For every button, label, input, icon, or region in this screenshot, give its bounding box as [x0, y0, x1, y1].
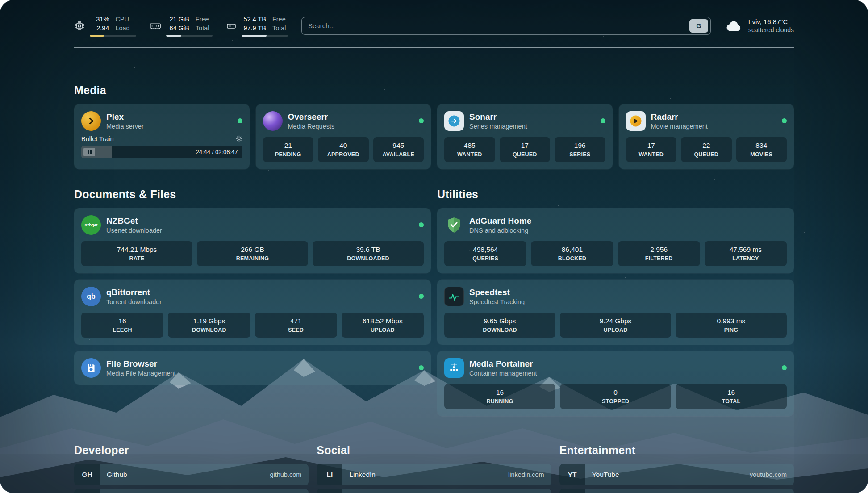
nzbget-stat-rate: 744.21 Mbps RATE: [81, 241, 192, 266]
service-name: Speedtest: [469, 288, 525, 297]
radarr-stat-wanted: 17 WANTED: [626, 137, 677, 162]
nzbget-icon-text: nzbget: [85, 223, 98, 227]
bookmark-name: LinkedIn: [342, 471, 376, 479]
stream-settings-button[interactable]: [236, 135, 242, 142]
section-title-entertainment: Entertainment: [559, 444, 794, 457]
now-playing-title: Bullet Train: [81, 135, 114, 142]
qbittorrent-stat-upload: 618.52 Mbps UPLOAD: [342, 313, 424, 338]
status-indicator: [782, 365, 787, 370]
memory-total-label: Total: [196, 24, 213, 33]
bookmark-url: github.com: [270, 471, 309, 478]
plex-icon: [81, 111, 101, 131]
service-name: Sonarr: [469, 112, 527, 122]
developer-bookmarks: Developer GH Github github.com SO StackO…: [74, 444, 309, 493]
qbittorrent-stat-seed: 471 SEED: [255, 313, 337, 338]
cpu-metric: 31% CPU 2.94 Load: [74, 15, 136, 37]
nzbget-icon: nzbget: [81, 215, 101, 235]
radarr-card[interactable]: Radarr Movie management 17 WANTED 22 QUE…: [619, 104, 794, 169]
disk-total-label: Total: [272, 24, 288, 33]
cpu-chip-icon: [74, 21, 85, 31]
overseerr-stat-available: 945 AVAILABLE: [373, 137, 424, 162]
cpu-load-label: Load: [115, 24, 136, 33]
disk-total-value: 97.9 TB: [242, 24, 266, 33]
weather-condition: scattered clouds: [748, 26, 794, 33]
bookmark-netflix[interactable]: NF Netflix netflix.com: [559, 489, 794, 493]
adguard-stat-queries: 498,564 QUERIES: [444, 241, 526, 266]
service-description: Movie management: [651, 123, 708, 130]
status-indicator: [419, 294, 424, 299]
sonarr-icon: [444, 111, 464, 131]
service-name: Overseerr: [288, 112, 335, 122]
cpu-usage-value: 31%: [90, 15, 109, 24]
adguard-card[interactable]: AdGuard Home DNS and adblocking 498,564 …: [437, 208, 794, 273]
memory-metric: 21 GiB Free 64 GiB Total: [150, 15, 213, 37]
portainer-stat-total: 16 TOTAL: [676, 384, 787, 409]
memory-total-value: 64 GiB: [166, 24, 189, 33]
service-name: NZBGet: [106, 216, 162, 226]
memory-free-label: Free: [196, 15, 213, 24]
service-description: DNS and adblocking: [469, 227, 531, 234]
section-title-social: Social: [317, 444, 551, 457]
service-description: Series management: [469, 123, 527, 130]
portainer-stat-stopped: 0 STOPPED: [560, 384, 671, 409]
sonarr-stat-series: 196 SERIES: [555, 137, 605, 162]
service-description: Media server: [106, 123, 144, 130]
social-bookmarks: Social LI LinkedIn linkedin.com TW Twitt…: [317, 444, 551, 493]
service-description: Media File Management: [106, 370, 176, 377]
bookmark-abbr: NF: [559, 489, 585, 493]
speedtest-card[interactable]: Speedtest Speedtest Tracking 9.65 Gbps D…: [437, 280, 794, 345]
search-input[interactable]: [302, 22, 689, 29]
bookmark-stackoverflow[interactable]: SO StackOverflow stackoverflow.com: [74, 489, 309, 493]
disk-icon: [226, 21, 237, 31]
cpu-usage-label: CPU: [115, 15, 136, 24]
memory-icon: [150, 21, 161, 31]
section-title-documents: Documents & Files: [74, 188, 431, 201]
portainer-card[interactable]: Media Portainer Container management 16 …: [437, 351, 794, 416]
radarr-stat-movies: 834 MOVIES: [736, 137, 787, 162]
sonarr-stat-wanted: 485 WANTED: [444, 137, 495, 162]
bookmark-linkedin[interactable]: LI LinkedIn linkedin.com: [317, 464, 551, 485]
bookmark-abbr: TW: [317, 489, 342, 493]
bookmark-github[interactable]: GH Github github.com: [74, 464, 309, 485]
status-indicator: [419, 365, 424, 370]
playback-time: 24:44 / 02:06:47: [196, 149, 242, 155]
qbittorrent-icon-text: qb: [87, 292, 96, 301]
bookmark-twitter[interactable]: TW Twitter twitter.com: [317, 489, 551, 493]
bookmark-url: youtube.com: [750, 471, 794, 478]
service-name: Radarr: [651, 112, 708, 122]
search-bar: G: [301, 17, 711, 35]
bookmark-abbr: GH: [74, 464, 100, 485]
service-name: qBittorrent: [106, 288, 162, 297]
media-section: Plex Media server Bullet Train: [74, 104, 794, 169]
dashboard-page: 31% CPU 2.94 Load: [0, 0, 868, 493]
adguard-icon: [444, 215, 464, 235]
sonarr-stat-queued: 17 QUEUED: [500, 137, 551, 162]
overseerr-card[interactable]: Overseerr Media Requests 21 PENDING 40 A…: [256, 104, 431, 169]
filebrowser-card[interactable]: File Browser Media File Management: [74, 351, 431, 385]
qbittorrent-card[interactable]: qb qBittorrent Torrent downloader 16 LEE…: [74, 280, 431, 345]
sonarr-card[interactable]: Sonarr Series management 485 WANTED 17 Q…: [437, 104, 613, 169]
adguard-stat-latency: 47.569 ms LATENCY: [705, 241, 787, 266]
speedtest-icon: [444, 287, 464, 306]
service-name: Media Portainer: [469, 359, 537, 369]
plex-card[interactable]: Plex Media server Bullet Train: [74, 104, 250, 169]
adguard-stat-blocked: 86,401 BLOCKED: [531, 241, 613, 266]
nzbget-card[interactable]: nzbget NZBGet Usenet downloader 744.21 M…: [74, 208, 431, 273]
bookmark-youtube[interactable]: YT YouTube youtube.com: [559, 464, 794, 485]
overseerr-stat-pending: 21 PENDING: [263, 137, 314, 162]
section-title-media: Media: [74, 84, 794, 97]
service-description: Container management: [469, 370, 537, 377]
service-name: File Browser: [106, 359, 176, 369]
bookmark-abbr: YT: [559, 464, 585, 485]
qbittorrent-icon: qb: [81, 287, 101, 306]
memory-progress-bar: [166, 35, 213, 37]
search-provider-button[interactable]: G: [689, 19, 708, 33]
service-description: Usenet downloader: [106, 227, 162, 234]
qbittorrent-stat-leech: 16 LEECH: [81, 313, 163, 338]
weather-location: Lviv, 16.87°C: [748, 18, 794, 25]
section-title-developer: Developer: [74, 444, 309, 457]
bookmark-abbr: SO: [74, 489, 100, 493]
qbittorrent-stat-download: 1.19 Gbps DOWNLOAD: [168, 313, 250, 338]
status-indicator: [419, 222, 424, 227]
pause-button[interactable]: [83, 148, 95, 156]
